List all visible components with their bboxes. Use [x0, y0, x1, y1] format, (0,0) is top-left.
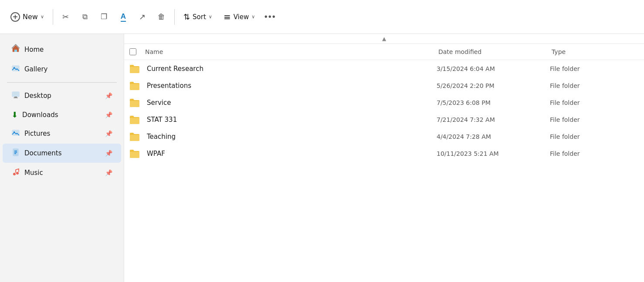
file-type: File folder	[546, 148, 642, 159]
toolbar-separator-1	[53, 9, 53, 25]
folder-icon	[129, 98, 140, 107]
sidebar-item-pictures[interactable]: Pictures 📌	[3, 124, 121, 143]
folder-icon	[129, 64, 140, 74]
file-area: ▲ Name Date modified Type Current Resear…	[124, 34, 644, 282]
sidebar-divider	[7, 82, 117, 83]
sidebar-item-documents-label: Documents	[24, 149, 62, 157]
downloads-icon: ⬇	[11, 110, 18, 119]
svg-rect-0	[14, 50, 17, 52]
file-name: Presentations	[143, 80, 433, 91]
folder-icon	[129, 132, 140, 141]
home-icon	[11, 44, 20, 55]
folder-icon-cell	[126, 64, 143, 74]
column-headers: Name Date modified Type	[124, 44, 644, 60]
file-name: WPAF	[143, 148, 433, 159]
sidebar: Home Gallery Desktop	[0, 34, 124, 282]
sort-arrows-icon: ⇅	[183, 12, 190, 21]
view-chevron: ∨	[251, 14, 255, 20]
svg-point-13	[16, 172, 19, 175]
select-all-checkbox-container[interactable]	[124, 48, 142, 55]
file-type: File folder	[546, 114, 642, 125]
sidebar-item-music[interactable]: Music 📌	[3, 163, 121, 182]
table-row[interactable]: STAT 331 7/21/2024 7:32 AM File folder	[126, 111, 642, 128]
file-name: Service	[143, 97, 433, 108]
folder-icon-cell	[126, 98, 143, 107]
folder-icon	[129, 81, 140, 91]
sort-label: Sort	[193, 13, 206, 21]
sidebar-item-desktop-label: Desktop	[24, 92, 51, 100]
folder-icon-cell	[126, 115, 143, 124]
file-date: 3/15/2024 6:04 AM	[433, 64, 546, 74]
desktop-pin-icon: 📌	[105, 92, 112, 99]
share-button[interactable]: ↗	[133, 8, 152, 26]
svg-rect-3	[12, 92, 19, 97]
table-row[interactable]: Current Research 3/15/2024 6:04 AM File …	[126, 60, 642, 77]
svg-rect-5	[14, 97, 18, 98]
folder-icon-cell	[126, 149, 143, 158]
toolbar-separator-2	[174, 9, 175, 25]
copy-icon: ⧉	[82, 13, 88, 21]
music-pin-icon: 📌	[105, 169, 112, 176]
select-all-checkbox[interactable]	[129, 48, 136, 55]
sidebar-item-home-label: Home	[24, 46, 44, 54]
scissors-icon: ✂	[62, 12, 69, 22]
file-name: STAT 331	[143, 114, 433, 125]
downloads-pin-icon: 📌	[105, 111, 112, 118]
music-icon	[11, 168, 20, 178]
new-chevron: ∨	[41, 14, 44, 20]
gallery-icon	[11, 64, 20, 74]
file-date: 7/5/2023 6:08 PM	[433, 97, 546, 108]
svg-point-12	[13, 173, 16, 175]
sidebar-item-downloads[interactable]: ⬇ Downloads 📌	[3, 106, 121, 124]
table-row[interactable]: WPAF 10/11/2023 5:21 AM File folder	[126, 145, 642, 162]
paste-icon: ❐	[101, 12, 107, 21]
pictures-icon	[11, 128, 20, 139]
sidebar-item-documents[interactable]: Documents 📌	[3, 144, 121, 163]
delete-icon: 🗑	[158, 13, 165, 21]
file-date: 5/26/2024 2:20 PM	[433, 81, 546, 91]
new-button[interactable]: + New ∨	[5, 9, 49, 25]
folder-icon-cell	[126, 132, 143, 141]
view-label: View	[234, 13, 249, 21]
collapse-bar[interactable]: ▲	[124, 34, 644, 44]
table-row[interactable]: Teaching 4/4/2024 7:28 AM File folder	[126, 128, 642, 145]
plus-circle-icon: +	[10, 12, 20, 22]
rename-icon: A	[121, 12, 126, 22]
sidebar-item-music-label: Music	[24, 169, 43, 177]
file-type: File folder	[546, 131, 642, 142]
new-label: New	[23, 13, 38, 21]
pictures-pin-icon: 📌	[105, 130, 112, 137]
paste-button[interactable]: ❐	[95, 8, 113, 26]
sidebar-item-pictures-label: Pictures	[24, 130, 50, 138]
more-icon: •••	[264, 12, 276, 22]
documents-pin-icon: 📌	[105, 150, 112, 157]
col-header-name[interactable]: Name	[142, 47, 435, 57]
file-name: Current Research	[143, 63, 433, 74]
documents-icon	[11, 148, 20, 158]
copy-button[interactable]: ⧉	[76, 8, 94, 26]
sidebar-item-desktop[interactable]: Desktop 📌	[3, 86, 121, 105]
table-row[interactable]: Presentations 5/26/2024 2:20 PM File fol…	[126, 77, 642, 94]
collapse-chevron-icon: ▲	[382, 36, 386, 42]
col-header-date[interactable]: Date modified	[435, 47, 548, 57]
more-button[interactable]: •••	[261, 8, 279, 26]
svg-rect-4	[14, 97, 17, 97]
sidebar-item-home[interactable]: Home	[3, 40, 121, 59]
rename-button[interactable]: A	[114, 8, 132, 26]
file-type: File folder	[546, 81, 642, 91]
col-header-type[interactable]: Type	[548, 47, 644, 57]
view-button[interactable]: ≡ View ∨	[218, 8, 260, 26]
table-row[interactable]: Service 7/5/2023 6:08 PM File folder	[126, 94, 642, 111]
delete-button[interactable]: 🗑	[153, 8, 171, 26]
sidebar-item-gallery-label: Gallery	[24, 65, 47, 73]
file-type: File folder	[546, 64, 642, 74]
toolbar: + New ∨ ✂ ⧉ ❐ A ↗ 🗑 ⇅ Sort ∨ ≡ View ∨ ••…	[0, 0, 644, 34]
sort-button[interactable]: ⇅ Sort ∨	[178, 9, 217, 25]
file-name: Teaching	[143, 131, 433, 142]
file-date: 7/21/2024 7:32 AM	[433, 114, 546, 125]
scissors-button[interactable]: ✂	[57, 8, 75, 26]
folder-icon	[129, 149, 140, 158]
main-area: Home Gallery Desktop	[0, 34, 644, 282]
desktop-icon	[11, 91, 20, 101]
sidebar-item-gallery[interactable]: Gallery	[3, 60, 121, 79]
